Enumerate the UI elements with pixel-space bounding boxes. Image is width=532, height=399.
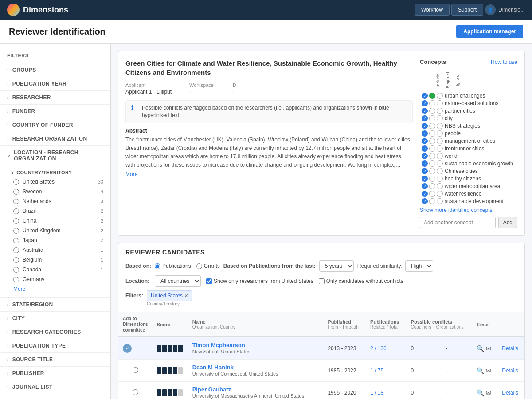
required-circle-6[interactable] <box>429 138 435 144</box>
add-to-check-0[interactable]: ✓ <box>123 344 132 353</box>
filter-item-belgium[interactable]: Belgium 1 <box>0 255 110 265</box>
workflow-button[interactable]: Workflow <box>415 4 450 16</box>
filter-radio-uk[interactable] <box>13 228 19 234</box>
include-circle-2[interactable]: ✓ <box>422 108 428 114</box>
support-button[interactable]: Support <box>451 4 483 16</box>
filter-open-access-header[interactable]: › OPEN ACCESS <box>0 394 110 399</box>
filter-item-germany[interactable]: Germany 1 <box>0 274 110 284</box>
filter-item-us[interactable]: United States 33 <box>0 177 110 187</box>
include-circle-5[interactable]: ✓ <box>422 130 428 137</box>
include-circle-8[interactable]: ✓ <box>422 153 428 159</box>
required-circle-14[interactable] <box>429 198 435 204</box>
add-to-radio-1[interactable] <box>133 367 138 373</box>
abstract-more-link[interactable]: More <box>125 171 137 177</box>
filter-tag-close-icon[interactable]: × <box>184 292 188 299</box>
required-circle-7[interactable] <box>429 145 435 152</box>
show-researchers-checkbox[interactable]: Show only researchers from United States <box>206 278 313 284</box>
ignore-circle-6[interactable] <box>437 138 443 144</box>
from-last-select[interactable]: 5 years <box>319 260 354 272</box>
include-circle-0[interactable]: ✓ <box>422 93 428 99</box>
only-without-conflicts-input[interactable] <box>319 278 325 284</box>
ignore-circle-11[interactable] <box>437 176 443 182</box>
details-link-1[interactable]: Details <box>502 368 518 374</box>
filter-country-funder-header[interactable]: › COUNTRY OF FUNDER <box>0 118 110 132</box>
filter-radio-canada[interactable] <box>13 267 19 273</box>
pub-link-1[interactable]: 1 / 75 <box>370 368 383 374</box>
active-filter-tag[interactable]: United States × <box>147 290 192 301</box>
country-territory-subgroup[interactable]: ∨ COUNTRY/TERRITORY <box>0 167 110 177</box>
ignore-circle-9[interactable] <box>437 160 443 167</box>
filter-state-header[interactable]: › STATE/REGION <box>0 298 110 311</box>
filter-item-netherlands[interactable]: Netherlands 3 <box>0 196 110 206</box>
filter-funder-header[interactable]: › FUNDER <box>0 105 110 118</box>
user-menu[interactable]: 👤 Dimensio... <box>485 4 525 15</box>
similarity-select[interactable]: High <box>405 260 433 272</box>
filter-radio-brazil[interactable] <box>13 208 19 214</box>
filter-item-china[interactable]: China 2 <box>0 216 110 226</box>
ignore-circle-7[interactable] <box>437 145 443 152</box>
filter-publication-year-header[interactable]: › PUBLICATION YEAR <box>0 77 110 90</box>
filter-item-canada[interactable]: Canada 1 <box>0 265 110 274</box>
ignore-circle-2[interactable] <box>437 108 443 114</box>
ignore-circle-12[interactable] <box>437 183 443 189</box>
required-circle-11[interactable] <box>429 176 435 182</box>
grants-radio[interactable]: Grants <box>196 263 220 269</box>
filter-item-sweden[interactable]: Sweden 4 <box>0 187 110 196</box>
required-circle-4[interactable] <box>429 123 435 129</box>
filter-researcher-header[interactable]: › RESEARCHER <box>0 91 110 104</box>
required-circle-10[interactable] <box>429 168 435 174</box>
search-icon[interactable]: 🔍 <box>477 389 484 396</box>
include-circle-6[interactable]: ✓ <box>422 138 428 144</box>
show-researchers-checkbox-input[interactable] <box>206 278 212 284</box>
include-circle-3[interactable]: ✓ <box>422 115 428 121</box>
required-circle-0[interactable] <box>429 93 435 99</box>
required-circle-1[interactable] <box>429 100 435 106</box>
ignore-circle-10[interactable] <box>437 168 443 174</box>
include-circle-4[interactable]: ✓ <box>422 123 428 129</box>
include-circle-10[interactable]: ✓ <box>422 168 428 174</box>
include-circle-12[interactable]: ✓ <box>422 183 428 189</box>
ignore-circle-14[interactable] <box>437 198 443 204</box>
ignore-circle-3[interactable] <box>437 115 443 121</box>
filter-radio-belgium[interactable] <box>13 257 19 263</box>
filter-radio-china[interactable] <box>13 218 19 224</box>
required-circle-8[interactable] <box>429 153 435 159</box>
name-link-1[interactable]: Dean M Hanink <box>192 364 319 371</box>
country-more-link[interactable]: More <box>0 284 110 294</box>
required-circle-5[interactable] <box>429 130 435 137</box>
only-without-conflicts-checkbox[interactable]: Only candidates without conflicts <box>319 278 403 284</box>
filter-groups-header[interactable]: › GROUPS <box>0 63 110 77</box>
filter-research-org-header[interactable]: › RESEARCH ORGANIZATION <box>0 132 110 145</box>
pub-link-2[interactable]: 1 / 18 <box>370 390 383 396</box>
filter-publisher-header[interactable]: › PUBLISHER <box>0 367 110 380</box>
add-concept-button[interactable]: Add <box>498 217 517 228</box>
required-circle-12[interactable] <box>429 183 435 189</box>
ignore-circle-5[interactable] <box>437 130 443 137</box>
email-icon[interactable]: ✉ <box>486 367 491 374</box>
grants-radio-input[interactable] <box>196 263 202 269</box>
include-circle-11[interactable]: ✓ <box>422 176 428 182</box>
required-circle-3[interactable] <box>429 115 435 121</box>
include-circle-9[interactable]: ✓ <box>422 160 428 167</box>
details-link-0[interactable]: Details <box>502 345 518 352</box>
filter-source-title-header[interactable]: › SOURCE TITLE <box>0 353 110 366</box>
include-circle-13[interactable]: ✓ <box>422 191 428 197</box>
include-circle-14[interactable]: ✓ <box>422 198 428 204</box>
ignore-circle-8[interactable] <box>437 153 443 159</box>
filter-item-australia[interactable]: Australia 1 <box>0 245 110 255</box>
publications-radio-input[interactable] <box>155 263 160 269</box>
filter-item-brazil[interactable]: Brazil 2 <box>0 206 110 216</box>
filter-location-header[interactable]: ∨ LOCATION - RESEARCH ORGANIZATION <box>0 146 110 165</box>
filter-radio-netherlands[interactable] <box>13 199 19 204</box>
filter-pub-type-header[interactable]: › PUBLICATION TYPE <box>0 339 110 352</box>
email-icon[interactable]: ✉ <box>486 345 491 352</box>
ignore-circle-1[interactable] <box>437 100 443 106</box>
ignore-circle-13[interactable] <box>437 191 443 197</box>
filter-journal-header[interactable]: › JOURNAL LIST <box>0 380 110 394</box>
app-manager-button[interactable]: Application manager <box>456 25 523 38</box>
filter-radio-germany[interactable] <box>13 277 19 282</box>
search-icon[interactable]: 🔍 <box>477 345 484 352</box>
name-link-0[interactable]: Timon Mcphearson <box>192 342 319 348</box>
publications-radio[interactable]: Publications <box>155 263 191 269</box>
show-more-concepts-link[interactable]: Show more identified concepts <box>420 207 517 213</box>
